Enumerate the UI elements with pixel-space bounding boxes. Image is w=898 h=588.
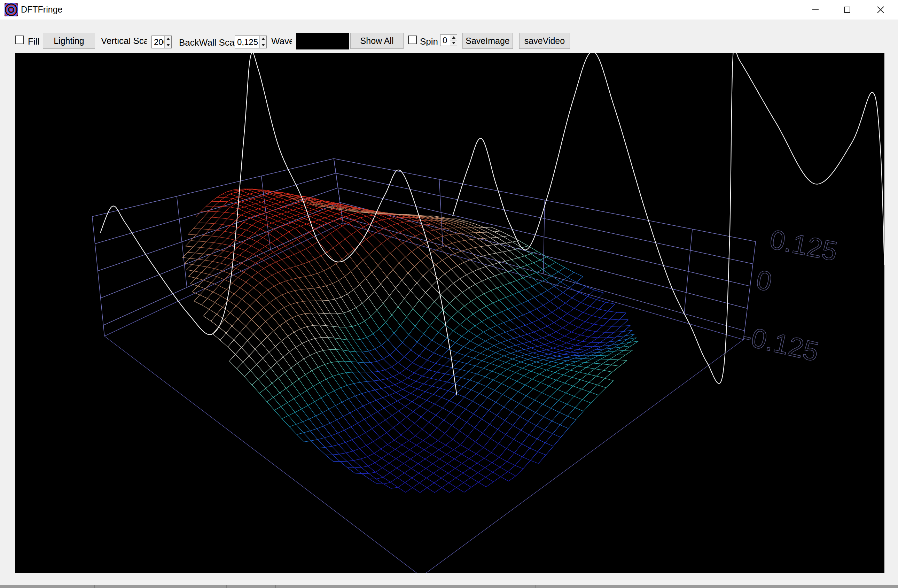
backwall-scale-down-button[interactable] — [260, 42, 266, 48]
vertical-scale-spinner[interactable]: 200 — [151, 35, 172, 48]
title-bar: DFTFringe — [0, 0, 898, 20]
surface-3d-viewport — [15, 53, 884, 573]
lighting-button[interactable]: Lighting — [43, 33, 95, 49]
vertical-scale-label: Vertical Scale: — [101, 38, 147, 46]
arrow-up-icon — [452, 36, 455, 38]
toolbar: Fill Lighting Vertical Scale: 200 BackWa… — [0, 20, 898, 53]
app-icon — [5, 3, 18, 16]
vertical-scale-down-button[interactable] — [165, 42, 171, 48]
taskbar-edge — [0, 585, 898, 588]
minimize-icon — [812, 6, 819, 14]
spin-value: 0 — [440, 35, 450, 46]
maximize-button[interactable] — [831, 0, 863, 20]
close-icon — [876, 6, 885, 14]
arrow-up-icon — [261, 38, 265, 40]
minimize-button[interactable] — [800, 0, 831, 20]
fill-label: Fill — [28, 36, 39, 47]
arrow-down-icon — [166, 44, 170, 46]
save-image-button[interactable]: SaveImage — [463, 33, 513, 49]
window-title: DFTFringe — [21, 5, 62, 15]
fill-checkbox[interactable] — [15, 35, 24, 44]
arrow-down-icon — [452, 42, 455, 44]
spin-checkbox[interactable] — [408, 35, 417, 44]
waves-color-swatch[interactable] — [296, 33, 349, 49]
close-button[interactable] — [863, 0, 898, 20]
arrow-down-icon — [261, 44, 265, 46]
vertical-scale-up-button[interactable] — [165, 36, 171, 42]
surface-3d-canvas[interactable] — [15, 53, 884, 573]
arrow-up-icon — [166, 38, 170, 40]
backwall-scale-value: 0,125 — [235, 36, 260, 48]
vertical-scale-value: 200 — [152, 36, 165, 48]
waves-label: Waves — [271, 38, 292, 46]
backwall-scale-up-button[interactable] — [260, 36, 266, 42]
spin-label: Spin — [420, 36, 438, 47]
spin-up-button[interactable] — [450, 35, 457, 40]
spin-spinner[interactable]: 0 — [440, 34, 457, 46]
backwall-scale-label: BackWall Scale: — [179, 37, 244, 48]
spin-down-button[interactable] — [450, 40, 457, 46]
show-all-button[interactable]: Show All — [350, 33, 404, 49]
save-video-button[interactable]: saveVideo — [519, 33, 570, 49]
maximize-icon — [843, 6, 851, 14]
backwall-scale-spinner[interactable]: 0,125 — [235, 35, 267, 48]
